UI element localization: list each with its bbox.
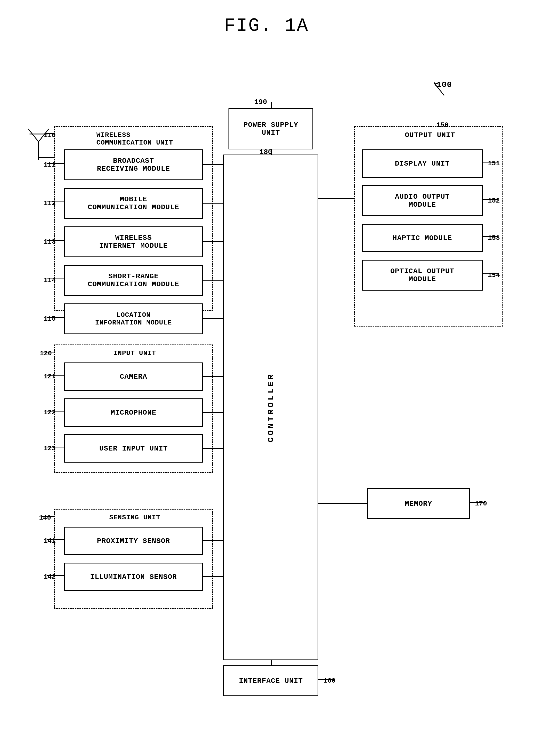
short-range-label: 114 <box>44 277 56 284</box>
location-box: LOCATIONINFORMATION MODULE <box>64 304 203 334</box>
proximity-box: PROXIMITY SENSOR <box>64 527 203 555</box>
controller-box: CONTROLLER <box>223 154 318 660</box>
illumination-box: ILLUMINATION SENSOR <box>64 563 203 591</box>
main-label: 180 <box>259 148 272 156</box>
power-supply-label: 190 <box>254 98 267 106</box>
location-label: 115 <box>44 315 56 323</box>
mobile-label: 112 <box>44 200 56 207</box>
haptic-label: 153 <box>488 234 500 242</box>
page-title: FIG. 1A <box>0 0 533 57</box>
broadcast-module-box: BROADCASTRECEIVING MODULE <box>64 149 203 180</box>
sensing-unit-box: SENSING UNIT <box>54 509 213 609</box>
user-input-label: 123 <box>44 445 56 452</box>
haptic-box: HAPTIC MODULE <box>362 224 483 252</box>
broadcast-label: 111 <box>44 161 56 169</box>
wireless-internet-box: WIRELESSINTERNET MODULE <box>64 227 203 257</box>
user-input-box: USER INPUT UNIT <box>64 434 203 463</box>
optical-label: 154 <box>488 271 500 279</box>
output-unit-label: 150 <box>437 121 448 129</box>
audio-label: 152 <box>488 197 500 204</box>
microphone-box: MICROPHONE <box>64 398 203 427</box>
illumination-label: 142 <box>44 573 56 581</box>
wireless-internet-label: 113 <box>44 238 56 246</box>
audio-box: AUDIO OUTPUTMODULE <box>362 185 483 216</box>
memory-label: 170 <box>475 500 487 507</box>
display-unit-box: DISPLAY UNIT <box>362 149 483 178</box>
interface-box: INTERFACE UNIT <box>223 665 318 696</box>
interface-label: 160 <box>324 677 335 685</box>
microphone-label: 122 <box>44 409 56 417</box>
svg-line-4 <box>28 129 39 142</box>
power-supply-box: POWER SUPPLYUNIT <box>228 108 313 149</box>
memory-box: MEMORY <box>367 488 470 519</box>
sensing-label: 140 <box>39 514 51 522</box>
short-range-box: SHORT-RANGECOMMUNICATION MODULE <box>64 265 203 296</box>
optical-box: OPTICAL OUTPUTMODULE <box>362 260 483 291</box>
proximity-label: 141 <box>44 537 56 545</box>
camera-box: CAMERA <box>64 363 203 391</box>
camera-label: 121 <box>44 373 56 380</box>
input-unit-label: 120 <box>40 350 52 357</box>
display-label: 151 <box>488 160 500 167</box>
mobile-module-box: MOBILECOMMUNICATION MODULE <box>64 188 203 219</box>
wireless-comm-label: 110 <box>44 131 56 139</box>
